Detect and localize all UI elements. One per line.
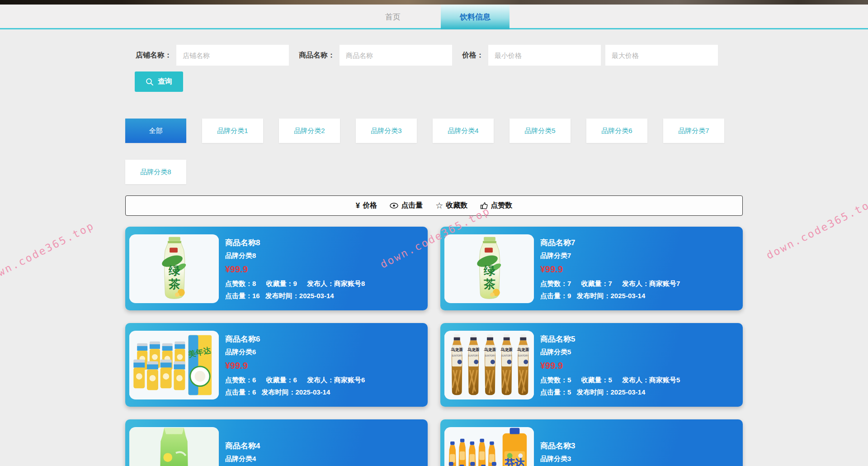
publisher-value: 商家账号5: [649, 376, 680, 384]
category-brand-2[interactable]: 品牌分类2: [279, 119, 340, 143]
clicks-value: 16: [252, 292, 260, 300]
favs-label: 收藏量：: [266, 376, 293, 384]
nav-bar: 首页 饮料信息: [0, 5, 868, 29]
shop-name-label: 店铺名称：: [136, 51, 172, 60]
product-meta: 点击量：5 发布时间：2025-03-14: [540, 388, 688, 397]
publisher-value: 商家账号8: [334, 280, 365, 287]
product-name-label: 商品名称：: [299, 51, 335, 60]
eye-icon: [390, 203, 398, 209]
likes-label: 点赞数：: [225, 376, 252, 384]
category-brand-4[interactable]: 品牌分类4: [433, 119, 494, 143]
likes-label: 点赞数：: [540, 280, 567, 287]
sort-by-favorites[interactable]: ☆ 收藏数: [435, 200, 467, 211]
shop-name-input[interactable]: [176, 45, 289, 66]
likes-label: 点赞数：: [225, 280, 252, 287]
product-image-mirinda-cans: [129, 331, 219, 399]
product-name: 商品名称4: [225, 441, 260, 451]
product-price: ¥99.9: [540, 361, 688, 371]
sort-by-clicks[interactable]: 点击量: [390, 201, 423, 210]
category-brand-7[interactable]: 品牌分类7: [663, 119, 724, 143]
category-brand-3[interactable]: 品牌分类3: [356, 119, 417, 143]
watermark: down.code365.top: [0, 219, 96, 285]
sort-bar: ¥ 价格 点击量 ☆ 收藏数 点赞数: [125, 195, 743, 216]
product-stats: 点赞数：8 收藏量：9 发布人：商家账号8: [225, 280, 373, 288]
product-brand: 品牌分类7: [540, 252, 688, 260]
likes-value: 8: [252, 280, 256, 287]
tab-home[interactable]: 首页: [359, 5, 427, 29]
date-value: 2025-03-14: [611, 292, 646, 300]
product-card[interactable]: 商品名称6 品牌分类6 ¥99.9 点赞数：6 收藏量：6 发布人：商家账号6 …: [125, 323, 428, 407]
product-info: 商品名称4 品牌分类4 ¥99.9: [225, 440, 260, 466]
product-image-oolong-tea: [444, 331, 534, 399]
sort-likes-label: 点赞数: [491, 201, 512, 210]
category-brand-5[interactable]: 品牌分类5: [509, 119, 571, 143]
product-info: 商品名称7 品牌分类7 ¥99.9 点赞数：7 收藏量：7 发布人：商家账号7 …: [540, 237, 688, 300]
product-meta: 点击量：9 发布时间：2025-03-14: [540, 292, 688, 300]
date-value: 2025-03-14: [299, 292, 334, 300]
product-name: 商品名称3: [540, 441, 575, 451]
product-brand: 品牌分类3: [540, 455, 575, 463]
category-filter: 全部 品牌分类1 品牌分类2 品牌分类3 品牌分类4 品牌分类5 品牌分类6 品…: [125, 119, 754, 201]
favs-value: 9: [293, 280, 297, 287]
product-card[interactable]: 商品名称7 品牌分类7 ¥99.9 点赞数：7 收藏量：7 发布人：商家账号7 …: [440, 227, 743, 310]
clicks-value: 6: [252, 388, 256, 396]
search-icon: [146, 78, 154, 86]
sort-clicks-label: 点击量: [401, 201, 423, 210]
publisher-value: 商家账号6: [334, 376, 365, 384]
product-card[interactable]: 商品名称3 品牌分类3 ¥99.9: [440, 419, 743, 466]
product-image-green-tea: [444, 234, 534, 303]
publisher-label: 发布人：: [622, 280, 649, 287]
favs-value: 6: [293, 376, 297, 384]
product-card[interactable]: 商品名称8 品牌分类8 ¥99.9 点赞数：8 收藏量：9 发布人：商家账号8 …: [125, 227, 428, 310]
product-card[interactable]: 商品名称5 品牌分类5 ¥99.9 点赞数：5 收藏量：5 发布人：商家账号5 …: [440, 323, 743, 407]
query-button[interactable]: 查询: [135, 71, 183, 92]
max-price-input[interactable]: [605, 45, 718, 66]
product-info: 商品名称3 品牌分类3 ¥99.9: [540, 440, 575, 466]
likes-value: 6: [252, 376, 256, 384]
product-brand: 品牌分类6: [225, 348, 373, 357]
date-label: 发布时间：: [265, 292, 299, 300]
product-image-fanta: [444, 427, 534, 466]
thumbs-up-icon: [480, 202, 488, 209]
favs-label: 收藏量：: [266, 280, 293, 287]
tab-beverage-info[interactable]: 饮料信息: [441, 5, 509, 29]
beverage-info-page: 首页 饮料信息 店铺名称： 商品名称： 价格： 查询 全部 品牌分类1 品牌分类…: [0, 0, 868, 466]
nav-tabs: 首页 饮料信息: [0, 5, 868, 29]
favs-value: 7: [609, 280, 612, 287]
product-name: 商品名称5: [540, 334, 688, 344]
sort-by-price[interactable]: ¥ 价格: [356, 201, 377, 210]
product-info: 商品名称8 品牌分类8 ¥99.9 点赞数：8 收藏量：9 发布人：商家账号8 …: [225, 237, 373, 300]
product-name: 商品名称8: [225, 238, 373, 248]
category-brand-8[interactable]: 品牌分类8: [125, 160, 186, 184]
product-brand: 品牌分类8: [225, 252, 373, 260]
product-price: ¥99.9: [540, 264, 688, 275]
product-stats: 点赞数：6 收藏量：6 发布人：商家账号6: [225, 376, 373, 385]
product-image-green-tea: [129, 234, 219, 303]
clicks-label: 点击量：: [540, 292, 567, 300]
query-button-label: 查询: [158, 77, 172, 86]
category-brand-6[interactable]: 品牌分类6: [586, 119, 647, 143]
product-price: ¥99.9: [225, 361, 373, 371]
product-list: 商品名称8 品牌分类8 ¥99.9 点赞数：8 收藏量：9 发布人：商家账号8 …: [125, 227, 743, 466]
search-form: 店铺名称： 商品名称： 价格：: [136, 45, 718, 66]
clicks-label: 点击量：: [225, 388, 252, 396]
product-stats: 点赞数：5 收藏量：5 发布人：商家账号5: [540, 376, 688, 385]
product-name-input[interactable]: [340, 45, 452, 66]
publisher-label: 发布人：: [307, 280, 334, 287]
sort-favorites-label: 收藏数: [446, 201, 467, 210]
product-image-sprite: [129, 427, 219, 466]
likes-value: 5: [567, 376, 571, 384]
publisher-label: 发布人：: [307, 376, 334, 384]
likes-value: 7: [567, 280, 571, 287]
category-brand-1[interactable]: 品牌分类1: [202, 119, 263, 143]
min-price-input[interactable]: [488, 45, 601, 66]
product-card[interactable]: 商品名称4 品牌分类4 ¥99.9: [125, 419, 428, 466]
category-all[interactable]: 全部: [125, 119, 186, 143]
favs-label: 收藏量：: [581, 376, 609, 384]
price-label: 价格：: [462, 51, 484, 60]
date-value: 2025-03-14: [611, 388, 646, 396]
publisher-label: 发布人：: [622, 376, 649, 384]
sort-price-label: 价格: [363, 201, 377, 210]
sort-by-likes[interactable]: 点赞数: [480, 201, 512, 210]
header-banner-image: [0, 0, 868, 5]
